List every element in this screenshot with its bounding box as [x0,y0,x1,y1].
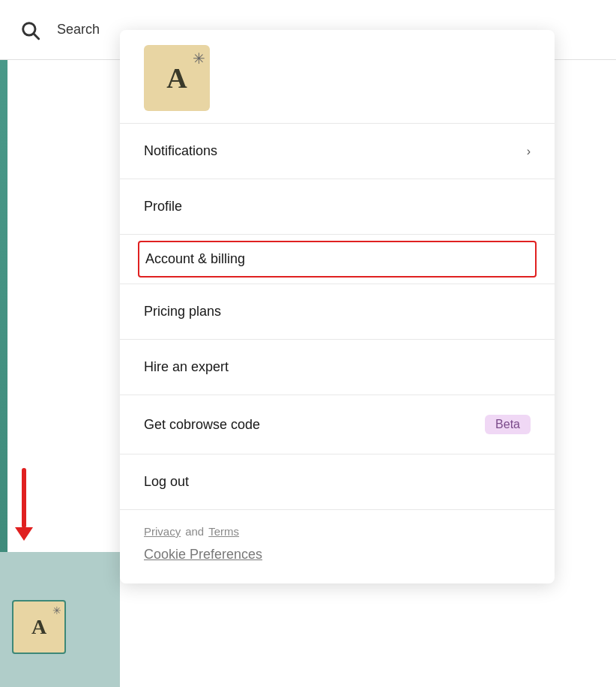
divider-3 [120,284,555,284]
top-bar-text: Search [57,22,100,38]
dropdown-menu: A ✳ Notifications › Profile Account & bi… [120,30,555,584]
arrow-head [15,527,33,541]
and-text: and [185,525,204,538]
menu-item-logout[interactable]: Log out [120,460,555,503]
menu-avatar: A ✳ [144,45,210,111]
privacy-link[interactable]: Privacy [144,525,181,538]
menu-item-pricing-plans[interactable]: Pricing plans [120,290,555,333]
svg-line-1 [34,34,38,38]
divider-6 [120,454,555,454]
beta-badge: Beta [485,415,531,434]
bottom-avatar-letter: A [31,615,46,639]
menu-item-profile[interactable]: Profile [120,185,555,228]
divider-4 [120,339,555,340]
menu-item-hire-expert[interactable]: Hire an expert [120,346,555,388]
privacy-terms-row: Privacy and Terms [120,516,555,541]
search-icon [19,20,40,40]
menu-item-cobrowse[interactable]: Get cobrowse code Beta [120,401,555,448]
menu-avatar-star: ✳ [193,50,205,68]
divider-1 [120,178,555,179]
bottom-avatar-star: ✳ [52,604,61,616]
arrow-annotation [15,468,33,541]
bottom-avatar-area: A ✳ [0,552,120,687]
menu-avatar-letter: A [166,62,187,94]
menu-item-cookie-preferences[interactable]: Cookie Preferences [120,541,555,568]
divider-2 [120,234,555,235]
search-icon-area[interactable] [15,15,45,45]
hire-expert-label: Hire an expert [144,359,229,375]
pricing-plans-label: Pricing plans [144,304,221,320]
divider-7 [120,509,555,510]
chevron-right-icon: › [527,145,531,158]
cookie-preferences-label: Cookie Preferences [144,547,262,562]
arrow-shaft [22,468,26,528]
logout-label: Log out [144,474,189,490]
bottom-avatar[interactable]: A ✳ [12,600,66,654]
notifications-label: Notifications [144,143,217,159]
account-billing-label: Account & billing [145,251,245,267]
menu-item-notifications[interactable]: Notifications › [120,130,555,172]
cobrowse-label: Get cobrowse code [144,417,260,433]
divider-top [120,123,555,124]
terms-link[interactable]: Terms [208,525,239,538]
divider-5 [120,394,555,395]
menu-item-account-billing[interactable]: Account & billing [138,241,537,278]
profile-label: Profile [144,199,182,214]
